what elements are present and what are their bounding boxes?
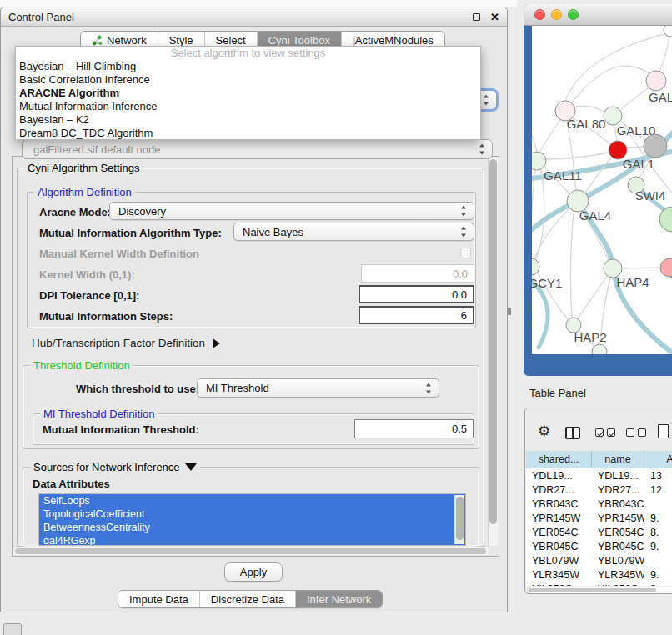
network-node-label: GAL1 <box>623 157 654 171</box>
cyni-algorithm-settings-title: Cyni Algorithm Settings <box>24 162 143 174</box>
dpi-tolerance-field[interactable]: 0.0 <box>359 285 474 303</box>
tab-discretize-data[interactable]: Discretize Data <box>199 591 295 608</box>
attributes-list-scrollbar[interactable] <box>454 495 464 544</box>
algorithm-option-basic-correlation-inference[interactable]: Basic Correlation Inference <box>16 73 480 87</box>
close-traffic-light-icon[interactable] <box>534 9 545 20</box>
network-node-label: GAL4 <box>579 208 611 222</box>
table-source-combo[interactable]: galFiltered.sif default node <box>22 139 493 159</box>
which-threshold-combo[interactable]: MI Threshold <box>197 378 439 398</box>
checked-box-icon <box>607 428 615 437</box>
network-node-gcy1[interactable] <box>532 258 539 275</box>
table-cell: YER054C <box>526 527 592 538</box>
network-node[interactable] <box>659 207 672 232</box>
network-node-gal[interactable] <box>646 71 666 91</box>
table-row[interactable]: YLR345WYLR345W9. <box>526 568 672 582</box>
data-attributes-list[interactable]: SelfLoopsTopologicalCoefficientBetweenne… <box>38 493 466 546</box>
combo-arrows-icon <box>484 95 489 106</box>
sources-title: Sources for Network Inference <box>33 461 180 473</box>
network-edge <box>570 212 574 318</box>
expanded-arrow-icon[interactable] <box>185 463 197 471</box>
tab-infer-network[interactable]: Infer Network <box>295 591 382 608</box>
algorithm-option-aracne-algorithm[interactable]: ARACNE Algorithm <box>16 87 480 100</box>
network-node-label: HAP4 <box>616 275 649 289</box>
table-cell: YIL052C <box>592 583 644 587</box>
network-node-gal10[interactable] <box>604 107 622 125</box>
data-attributes-label: Data Attributes <box>33 478 110 490</box>
close-icon[interactable]: ✕ <box>490 12 499 22</box>
network-node[interactable] <box>644 134 667 158</box>
table-cell: YDL19... <box>592 470 644 482</box>
hub-definition-row[interactable]: Hub/Transcription Factor Definition <box>32 337 220 349</box>
attribute-item-betweennesscentrality[interactable]: BetweennessCentrality <box>39 521 465 534</box>
table-row[interactable]: YBR045CYBR045C9. <box>526 539 672 553</box>
panel-splitter-handle[interactable] <box>508 308 511 315</box>
column-header-name[interactable]: name <box>592 451 644 468</box>
minimized-panel-icon[interactable] <box>3 623 22 635</box>
column-header-shared[interactable]: shared... <box>526 451 592 468</box>
algorithm-popup-placeholder: Select algorithm to view settings <box>16 47 480 60</box>
mi-steps-field[interactable]: 6 <box>359 306 474 324</box>
threshold-definition-title: Threshold Definition <box>30 359 133 372</box>
network-node-label: SWI4 <box>635 188 666 202</box>
unchecked-box-icon <box>638 428 646 437</box>
zoom-traffic-light-icon[interactable] <box>568 9 579 20</box>
new-table-icon[interactable] <box>658 424 669 438</box>
algorithm-option-bayesian-k2[interactable]: Bayesian – K2 <box>16 113 480 127</box>
mi-algorithm-type-combo[interactable]: Naive Bayes <box>233 222 474 241</box>
collapsed-arrow-icon[interactable] <box>213 338 220 348</box>
mi-threshold-label: Mutual Information Threshold: <box>43 423 199 436</box>
network-canvas[interactable]: GALGAL80GAL10GAL1GAL11SWI4GAL4GCY1HAP4YH… <box>532 26 672 354</box>
split-columns-icon[interactable] <box>565 427 580 439</box>
network-edge <box>622 268 660 268</box>
tab-impute-data[interactable]: Impute Data <box>118 591 199 608</box>
attribute-item-gal4rgexp[interactable]: gal4RGexp <box>39 534 465 546</box>
attribute-item-selfloops[interactable]: SelfLoops <box>39 494 465 508</box>
algorithm-option-dream8-dc-tdc-algorithm[interactable]: Dream8 DC_TDC Algorithm <box>16 127 480 140</box>
table-cell: YBR045C <box>592 541 644 552</box>
minimize-traffic-light-icon[interactable] <box>551 9 562 20</box>
table-horizontal-scrollbar[interactable] <box>527 587 672 594</box>
manual-kernel-checkbox[interactable] <box>460 248 471 258</box>
network-edge <box>621 88 649 109</box>
tab-label: Infer Network <box>307 593 371 606</box>
mi-threshold-value: 0.5 <box>452 422 467 435</box>
table-row[interactable]: YDR27...YDR27...12 <box>526 482 672 497</box>
mi-type-value: Naive Bayes <box>243 226 303 238</box>
aracne-mode-combo[interactable]: Discovery <box>109 202 474 220</box>
select-all-columns-icon[interactable] <box>595 428 615 437</box>
tab-label: Style <box>169 34 193 47</box>
column-header-a[interactable]: A <box>644 451 672 468</box>
sources-title-row[interactable]: Sources for Network Inference <box>30 461 200 473</box>
table-cell: 9. <box>644 541 672 552</box>
table-cell: 8. <box>644 527 672 538</box>
algorithm-option-bayesian-hill-climbing[interactable]: Bayesian – Hill Climbing <box>16 60 480 73</box>
apply-button[interactable]: Apply <box>224 562 283 582</box>
kernel-width-value: 0.0 <box>453 268 468 280</box>
kernel-width-field[interactable]: 0.0 <box>361 264 474 282</box>
aracne-mode-value: Discovery <box>118 205 166 218</box>
network-node-gal11[interactable] <box>532 152 546 170</box>
table-row[interactable]: YER054CYER054C8. <box>526 525 672 539</box>
table-row[interactable]: YDL19...YDL19...13 <box>526 468 672 482</box>
mi-steps-label: Mutual Information Steps: <box>39 310 173 322</box>
table-cell: YDL19... <box>526 470 592 482</box>
network-edge <box>539 120 560 152</box>
network-node-label: GAL <box>649 90 672 104</box>
deselect-all-columns-icon[interactable] <box>626 428 646 437</box>
table-row[interactable]: YPR145WYPR145W9. <box>526 511 672 525</box>
gear-icon[interactable]: ⚙ <box>538 424 550 438</box>
table-cell: 13 <box>644 470 672 482</box>
float-window-icon[interactable] <box>473 13 480 21</box>
attribute-item-topologicalcoefficient[interactable]: TopologicalCoefficient <box>39 508 465 521</box>
algorithm-option-mutual-information-inference[interactable]: Mutual Information Inference <box>16 100 480 113</box>
table-body: YDL19...YDL19...13YDR27...YDR27...12YBR0… <box>526 468 672 586</box>
tab-label: jActiveMNodules <box>353 34 434 47</box>
mi-threshold-group-title: MI Threshold Definition <box>40 408 158 420</box>
table-row[interactable]: YIL052CYIL052C9 <box>526 582 672 586</box>
settings-vertical-scrollbar[interactable] <box>488 158 498 546</box>
table-row[interactable]: YBL079WYBL079W <box>526 553 672 568</box>
table-row[interactable]: YBR043CYBR043C <box>526 497 672 511</box>
table-cell: 9. <box>644 569 672 581</box>
mi-threshold-field[interactable]: 0.5 <box>354 419 474 438</box>
network-node[interactable] <box>664 26 672 37</box>
